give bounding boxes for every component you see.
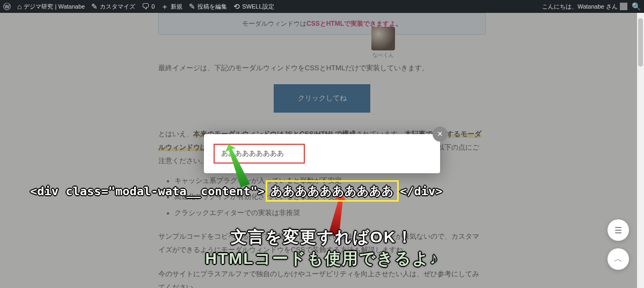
- chevron-up-icon: ︿: [614, 254, 623, 265]
- wordpress-icon: ⓦ: [3, 3, 11, 10]
- scrollbar[interactable]: [637, 13, 644, 288]
- modal-close-button[interactable]: ×: [433, 127, 448, 142]
- edit-post-label: 投稿を編集: [197, 3, 227, 11]
- swell-label: SWELL設定: [242, 3, 274, 11]
- annotation-code-highlight: ああああああああああ: [266, 180, 399, 202]
- swell-icon: ⟲: [233, 3, 240, 10]
- swell-settings-link[interactable]: ⟲SWELL設定: [233, 3, 274, 11]
- comments-count: 0: [151, 3, 155, 10]
- annotation-caption-1: 文言を変更すればOK！: [0, 226, 644, 248]
- modal-content: あああああああああ: [214, 144, 305, 164]
- annotation-caption-2: HTMLコードも使用できるよ♪: [0, 248, 644, 270]
- scrollbar-thumb[interactable]: [638, 18, 643, 67]
- site-title: デジマ研究 | Watanabe: [24, 3, 85, 11]
- brush-icon: ✎: [91, 3, 98, 10]
- close-icon: ×: [437, 129, 442, 139]
- wp-admin-bar: ⓦ ⌂デジマ研究 | Watanabe ✎カスタマイズ 🗨0 ＋新規 ✎投稿を編…: [0, 0, 644, 13]
- site-name-link[interactable]: ⌂デジマ研究 | Watanabe: [17, 3, 85, 11]
- list-icon: ☰: [614, 225, 622, 235]
- comment-icon: 🗨: [142, 3, 149, 10]
- new-label: 新規: [171, 3, 182, 11]
- user-avatar-icon: [620, 3, 627, 10]
- modal-dialog: × あああああああああ: [204, 134, 440, 173]
- floating-buttons: ☰ ︿: [608, 219, 629, 270]
- edit-post-link[interactable]: ✎投稿を編集: [189, 3, 227, 11]
- home-icon: ⌂: [17, 3, 21, 10]
- annotation-code-after: </div>: [400, 184, 442, 198]
- search-icon: 🔍: [632, 3, 641, 10]
- user-greeting[interactable]: こんにちは、Watanabe さん: [542, 3, 627, 11]
- comments-link[interactable]: 🗨0: [142, 3, 155, 10]
- plus-icon: ＋: [161, 3, 169, 10]
- customize-link[interactable]: ✎カスタマイズ: [91, 3, 135, 11]
- annotation-code-before: <div class="modal-wata__content">: [30, 184, 265, 198]
- greeting-text: こんにちは、Watanabe さん: [542, 3, 618, 11]
- toc-button[interactable]: ☰: [608, 219, 629, 241]
- annotation-code-line: <div class="modal-wata__content"> ああああああ…: [30, 180, 443, 202]
- scroll-top-button[interactable]: ︿: [608, 248, 629, 270]
- new-content-link[interactable]: ＋新規: [161, 3, 182, 11]
- pencil-icon: ✎: [189, 3, 195, 10]
- wp-logo[interactable]: ⓦ: [3, 3, 11, 10]
- search-toggle[interactable]: 🔍: [632, 3, 641, 10]
- customize-label: カスタマイズ: [100, 3, 135, 11]
